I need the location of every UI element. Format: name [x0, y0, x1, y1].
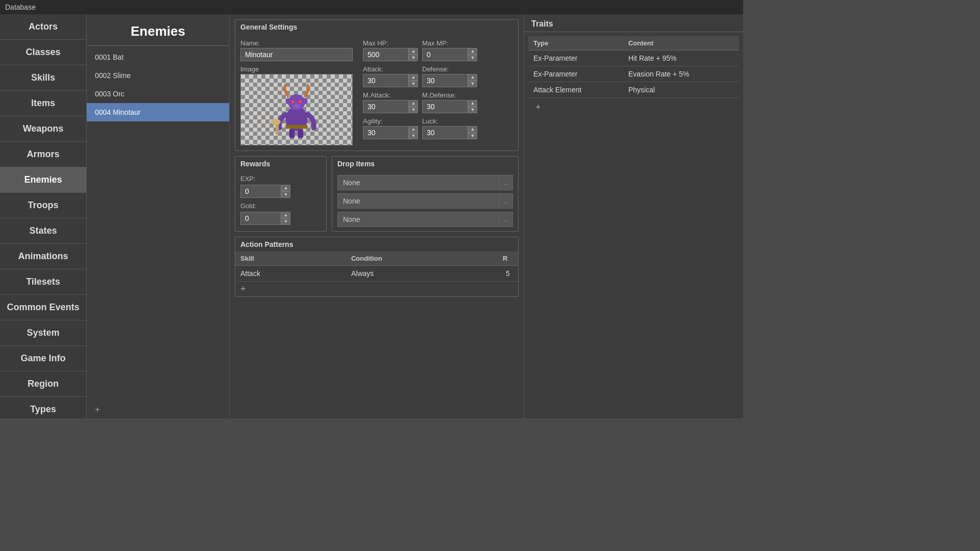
- stat-spin-down-0[interactable]: ▼: [409, 55, 418, 61]
- action-col-condition: Condition: [346, 252, 498, 266]
- stat-spin-up-7[interactable]: ▲: [468, 126, 477, 133]
- stat-input-4[interactable]: [363, 100, 409, 113]
- stat-label-2: Attack:: [363, 65, 418, 73]
- stat-input-2[interactable]: [363, 74, 409, 87]
- traits-tbody: Ex-ParameterHit Rate + 95%Ex-ParameterEv…: [528, 51, 739, 98]
- svg-point-11: [303, 98, 308, 104]
- stat-spinner-4: ▲▼: [409, 100, 418, 113]
- add-trait-button[interactable]: +: [528, 98, 739, 117]
- stat-spin-up-2[interactable]: ▲: [409, 74, 418, 81]
- enemy-item-0001[interactable]: 0001 Bat: [87, 48, 229, 66]
- exp-spin-up[interactable]: ▲: [281, 185, 290, 191]
- stat-spin-down-1[interactable]: ▼: [468, 55, 477, 61]
- stat-spin-up-1[interactable]: ▲: [468, 48, 477, 55]
- minotaur-sprite: [266, 79, 327, 140]
- stat-spinner-2: ▲▼: [409, 74, 418, 87]
- sidebar-item-system[interactable]: System: [0, 320, 86, 346]
- drop-item-text-1: None: [338, 194, 499, 208]
- stat-input-6[interactable]: [363, 126, 409, 139]
- stat-spin-up-5[interactable]: ▲: [468, 100, 477, 107]
- stat-field-6: Agility:▲▼: [363, 117, 418, 139]
- stat-spin-down-4[interactable]: ▼: [409, 107, 418, 113]
- main-content: General Settings Name: Image: [230, 14, 524, 418]
- stat-spin-down-2[interactable]: ▼: [409, 81, 418, 87]
- add-action-button[interactable]: +: [235, 282, 518, 296]
- drop-item-text-2: None: [338, 212, 499, 227]
- stat-label-5: M.Defense:: [422, 91, 477, 99]
- stat-input-0[interactable]: [363, 48, 409, 61]
- traits-title: Traits: [524, 14, 743, 32]
- traits-col-type: Type: [528, 36, 623, 51]
- drop-item-btn-0[interactable]: ...: [499, 177, 512, 189]
- stat-spinner-3: ▲▼: [468, 74, 477, 87]
- trait-row-0[interactable]: Ex-ParameterHit Rate + 95%: [528, 51, 739, 66]
- drop-item-text-0: None: [338, 176, 499, 190]
- stat-spin-up-3[interactable]: ▲: [468, 74, 477, 81]
- enemy-item-0004[interactable]: 0004 Minotaur: [87, 103, 229, 121]
- stat-label-7: Luck:: [422, 117, 477, 125]
- stat-spin-down-3[interactable]: ▼: [468, 81, 477, 87]
- gold-label: Gold:: [240, 202, 321, 210]
- stat-spinner-6: ▲▼: [409, 126, 418, 139]
- stat-spin-down-6[interactable]: ▼: [409, 133, 418, 139]
- stat-field-7: Luck:▲▼: [422, 117, 477, 139]
- drop-item-btn-1[interactable]: ...: [499, 195, 512, 207]
- drop-item-0: None...: [337, 175, 513, 190]
- traits-col-content: Content: [623, 36, 739, 51]
- rewards-panel: Rewards EXP: ▲ ▼: [235, 156, 327, 232]
- gold-input[interactable]: [240, 212, 281, 225]
- sidebar-item-enemies[interactable]: Enemies: [0, 167, 86, 193]
- enemy-item-0002[interactable]: 0002 Slime: [87, 66, 229, 85]
- sidebar-item-game-info[interactable]: Game Info: [0, 346, 86, 371]
- stat-input-7[interactable]: [422, 126, 468, 139]
- sidebar-item-actors[interactable]: Actors: [0, 14, 86, 40]
- sidebar-item-skills[interactable]: Skills: [0, 65, 86, 91]
- sidebar-item-tilesets[interactable]: Tilesets: [0, 269, 86, 295]
- sidebar-item-troops[interactable]: Troops: [0, 193, 86, 218]
- stat-input-1[interactable]: [422, 48, 468, 61]
- stat-input-3[interactable]: [422, 74, 468, 87]
- sidebar-item-weapons[interactable]: Weapons: [0, 116, 86, 142]
- trait-row-2[interactable]: Attack ElementPhysical: [528, 82, 739, 98]
- action-skill-0: Attack: [235, 266, 346, 282]
- gold-spin-down[interactable]: ▼: [281, 218, 290, 225]
- stat-field-1: Max MP:▲▼: [422, 39, 477, 61]
- stat-spin-down-7[interactable]: ▼: [468, 133, 477, 139]
- stat-spinner-7: ▲▼: [468, 126, 477, 139]
- action-r-0: 5: [498, 266, 518, 282]
- action-condition-0: Always: [346, 266, 498, 282]
- stat-label-3: Defense:: [422, 65, 477, 73]
- trait-content-1: Evasion Rate + 5%: [623, 66, 739, 82]
- enemy-image[interactable]: [240, 74, 353, 145]
- action-table: Skill Condition R AttackAlways5: [235, 252, 518, 282]
- sidebar-item-common-events[interactable]: Common Events: [0, 295, 86, 320]
- drop-item-btn-2[interactable]: ...: [499, 213, 512, 226]
- drop-item-2: None...: [337, 212, 513, 227]
- name-input[interactable]: [240, 48, 353, 61]
- sidebar-item-classes[interactable]: Classes: [0, 40, 86, 65]
- add-enemy-button[interactable]: +: [87, 401, 229, 418]
- stat-spin-up-0[interactable]: ▲: [409, 48, 418, 55]
- sidebar-item-types[interactable]: Types: [0, 397, 86, 418]
- action-row-0[interactable]: AttackAlways5: [235, 266, 518, 282]
- stat-spinner-1: ▲▼: [468, 48, 477, 61]
- gold-spin-up[interactable]: ▲: [281, 212, 290, 218]
- sidebar-item-states[interactable]: States: [0, 218, 86, 244]
- stat-label-6: Agility:: [363, 117, 418, 125]
- stat-spin-down-5[interactable]: ▼: [468, 107, 477, 113]
- traits-panel: Traits Type Content Ex-ParameterHit Rate…: [524, 14, 743, 418]
- stat-spin-up-6[interactable]: ▲: [409, 126, 418, 133]
- trait-type-1: Ex-Parameter: [528, 66, 623, 82]
- app-title: Database: [5, 3, 36, 11]
- exp-spin-down[interactable]: ▼: [281, 191, 290, 198]
- sidebar-item-region[interactable]: Region: [0, 371, 86, 397]
- sidebar-item-items[interactable]: Items: [0, 91, 86, 116]
- sidebar-item-armors[interactable]: Armors: [0, 142, 86, 167]
- exp-input[interactable]: [240, 185, 281, 198]
- enemy-item-0003[interactable]: 0003 Orc: [87, 85, 229, 103]
- sidebar-item-animations[interactable]: Animations: [0, 244, 86, 269]
- stat-spin-up-4[interactable]: ▲: [409, 100, 418, 107]
- stat-label-1: Max MP:: [422, 39, 477, 47]
- trait-row-1[interactable]: Ex-ParameterEvasion Rate + 5%: [528, 66, 739, 82]
- stat-input-5[interactable]: [422, 100, 468, 113]
